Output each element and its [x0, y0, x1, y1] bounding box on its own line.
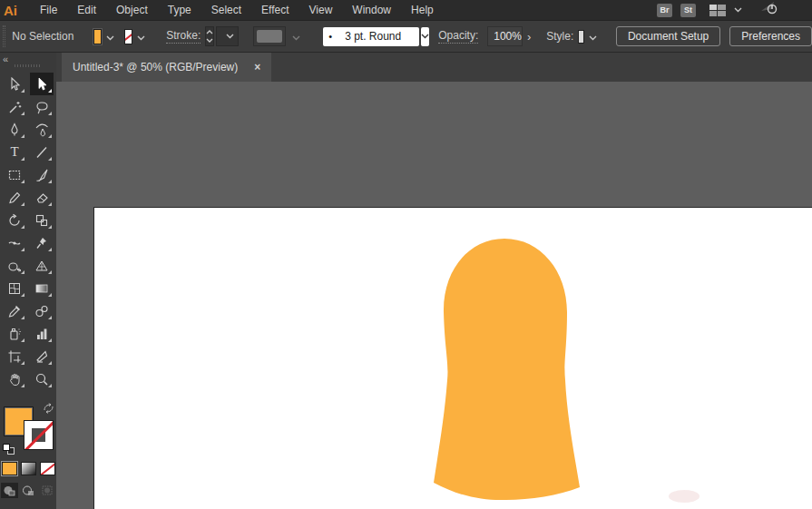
faint-pink-mark — [669, 490, 699, 503]
slice-tool[interactable] — [30, 345, 54, 367]
orange-blob-path — [434, 239, 580, 500]
menu-view[interactable]: View — [299, 4, 343, 16]
stroke-weight-label[interactable]: Stroke: — [166, 29, 201, 44]
menu-select[interactable]: Select — [201, 4, 251, 16]
width-tool[interactable] — [3, 231, 26, 254]
symbol-sprayer-tool[interactable] — [3, 322, 26, 345]
draw-behind-icon[interactable] — [20, 483, 37, 498]
artboard-tool[interactable] — [3, 345, 26, 367]
gradient-button[interactable] — [21, 462, 36, 475]
variable-width-profile-dropdown — [253, 26, 287, 46]
fill-chevron-down-icon[interactable] — [103, 26, 117, 46]
width-profile-chevron-down-icon — [289, 26, 303, 46]
menu-bar: Ai File Edit Object Type Select Effect V… — [0, 0, 812, 20]
stock-icon[interactable]: St — [680, 4, 696, 17]
none-button[interactable] — [40, 462, 55, 475]
hand-tool[interactable] — [3, 367, 26, 390]
drawing-mode-row — [1, 483, 56, 498]
eyedropper-tool[interactable] — [3, 299, 26, 322]
column-graph-tool[interactable] — [30, 322, 54, 345]
rotate-tool[interactable] — [3, 209, 26, 231]
scale-tool[interactable] — [30, 209, 54, 231]
panel-collapse-icon[interactable]: « — [3, 54, 8, 64]
brush-definition-value: 3 pt. Round — [345, 30, 414, 43]
opacity-input[interactable]: 100% — [487, 26, 523, 46]
pencil-tool[interactable] — [3, 186, 26, 209]
menu-help[interactable]: Help — [401, 4, 444, 16]
stroke-weight-stepper[interactable] — [205, 26, 214, 46]
color-button[interactable] — [2, 462, 17, 475]
style-label: Style: — [546, 30, 573, 43]
paintbrush-tool[interactable] — [30, 163, 54, 186]
zoom-tool[interactable] — [30, 367, 54, 390]
illustrator-window: Ai File Edit Object Type Select Effect V… — [0, 0, 812, 509]
artboard[interactable] — [93, 207, 812, 509]
bridge-icon[interactable]: Br — [657, 4, 672, 17]
shape-builder-tool[interactable] — [3, 254, 26, 277]
blend-tool[interactable] — [30, 299, 54, 322]
document-setup-button[interactable]: Document Setup — [616, 26, 720, 46]
menu-file[interactable]: File — [30, 4, 67, 16]
workspace-switcher-icon[interactable] — [709, 5, 726, 16]
line-segment-tool[interactable] — [30, 141, 54, 163]
selection-status: No Selection — [12, 30, 73, 43]
tools-panel: « — [0, 53, 56, 509]
stroke-proxy-swatch[interactable] — [24, 420, 54, 450]
curvature-tool[interactable] — [30, 118, 54, 141]
direct-selection-tool[interactable] — [30, 73, 54, 95]
style-swatch[interactable] — [578, 30, 584, 44]
default-fill-stroke-icon[interactable] — [3, 444, 15, 455]
stroke-chevron-down-icon[interactable] — [134, 26, 148, 46]
document-tab-title: Untitled-3* @ 50% (RGB/Preview) — [73, 61, 238, 73]
panel-grip[interactable] — [15, 64, 42, 67]
menu-object[interactable]: Object — [106, 4, 158, 16]
rectangle-tool[interactable] — [3, 163, 26, 186]
draw-normal-icon[interactable] — [1, 483, 18, 498]
document-tab-bar: Untitled-3* @ 50% (RGB/Preview) × — [56, 53, 812, 82]
gpu-performance-icon[interactable] — [759, 1, 783, 19]
tab-close-icon[interactable]: × — [254, 61, 260, 73]
lasso-tool[interactable] — [30, 95, 54, 118]
draw-inside-icon[interactable] — [39, 483, 56, 498]
menu-effect[interactable]: Effect — [251, 4, 298, 16]
brush-definition-dropdown[interactable]: • 3 pt. Round — [323, 27, 419, 46]
opacity-label[interactable]: Opacity: — [438, 29, 478, 44]
document-tab[interactable]: Untitled-3* @ 50% (RGB/Preview) × — [62, 53, 271, 82]
color-type-row — [2, 462, 55, 475]
fill-color-swatch[interactable] — [93, 29, 102, 44]
opacity-expand-button[interactable]: › — [523, 30, 535, 44]
eraser-tool[interactable] — [30, 186, 54, 209]
brush-preview-dot: • — [328, 31, 332, 42]
drawn-shape[interactable] — [427, 235, 591, 507]
gradient-tool[interactable] — [30, 277, 54, 299]
control-bar-grip[interactable] — [3, 25, 5, 47]
mesh-tool[interactable] — [3, 277, 26, 299]
pasteboard[interactable] — [56, 82, 812, 509]
selection-tool[interactable] — [3, 73, 26, 95]
stroke-color-swatch[interactable] — [124, 29, 132, 44]
menu-type[interactable]: Type — [158, 4, 201, 16]
control-bar: No Selection Stroke: • 3 pt. Round Opaci… — [0, 20, 812, 53]
workspace-chevron-down-icon[interactable] — [734, 7, 742, 13]
puppet-warp-tool[interactable] — [30, 231, 54, 254]
swap-fill-stroke-icon[interactable] — [43, 401, 54, 417]
style-chevron-down-icon[interactable] — [586, 26, 600, 46]
pen-tool[interactable] — [3, 118, 26, 141]
stroke-weight-dropdown[interactable] — [216, 26, 238, 46]
brush-definition-chevron-down-icon[interactable] — [421, 27, 429, 46]
preferences-button[interactable]: Preferences — [729, 26, 812, 46]
fill-stroke-indicator — [2, 401, 54, 454]
magic-wand-tool[interactable] — [3, 95, 26, 118]
type-tool[interactable]: T — [3, 141, 26, 163]
menu-edit[interactable]: Edit — [67, 4, 106, 16]
app-logo-icon: Ai — [4, 3, 17, 18]
menu-window[interactable]: Window — [342, 4, 401, 16]
perspective-grid-tool[interactable] — [30, 254, 54, 277]
